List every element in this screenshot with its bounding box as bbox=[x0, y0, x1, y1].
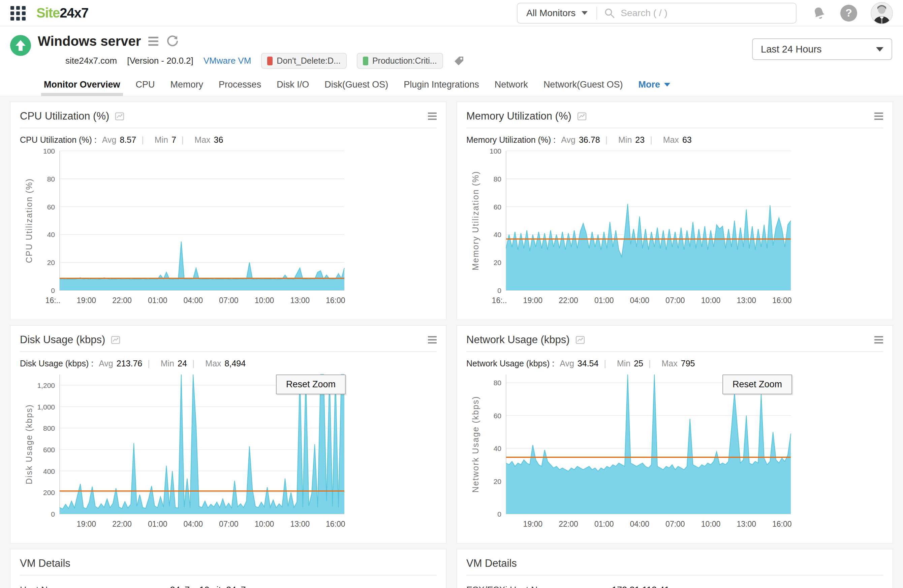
min-label: Min bbox=[161, 359, 174, 368]
svg-text:100: 100 bbox=[489, 147, 501, 155]
user-avatar[interactable] bbox=[871, 2, 893, 24]
tab-network-guest-os[interactable]: Network(Guest OS) bbox=[543, 80, 623, 96]
avg-label: Avg bbox=[102, 135, 116, 145]
stat-label: Disk Usage (kbps) : bbox=[20, 359, 93, 368]
svg-text:100: 100 bbox=[43, 147, 55, 155]
chevron-down-icon bbox=[664, 83, 670, 86]
vm-details-title: VM Details bbox=[466, 557, 517, 569]
min-label: Min bbox=[618, 135, 632, 145]
network-usage-chart[interactable]: 02040608019:0022:0001:0004:0007:0010:001… bbox=[466, 369, 807, 538]
min-label: Min bbox=[617, 359, 631, 368]
tag-chip-dont-delete[interactable]: Don't_Delete:D... bbox=[261, 53, 347, 69]
svg-text:10:00: 10:00 bbox=[701, 296, 721, 305]
time-range-select[interactable]: Last 24 Hours bbox=[752, 38, 892, 60]
tab-network[interactable]: Network bbox=[495, 80, 528, 96]
trend-expand-icon[interactable] bbox=[575, 335, 585, 345]
vm-detail-row: ESX/ESXi Host Name 172.21.112.41 bbox=[466, 575, 883, 588]
vm-detail-label: ESX/ESXi Host Name bbox=[466, 585, 612, 588]
avg-value: 8.57 bbox=[120, 135, 136, 145]
tab-processes[interactable]: Processes bbox=[219, 80, 261, 96]
tab-monitor-overview[interactable]: Monitor Overview bbox=[44, 80, 120, 96]
svg-text:13:00: 13:00 bbox=[290, 296, 310, 305]
trend-expand-icon[interactable] bbox=[115, 111, 125, 121]
more-label: More bbox=[638, 80, 660, 90]
chart-menu-icon[interactable] bbox=[428, 334, 437, 345]
trend-expand-icon[interactable] bbox=[577, 111, 587, 121]
dashboard-grid: CPU Utilization (%) CPU Utilization (%) … bbox=[0, 96, 903, 588]
svg-text:13:00: 13:00 bbox=[290, 520, 310, 528]
chart-menu-icon[interactable] bbox=[428, 111, 437, 122]
memory-utilization-chart[interactable]: 02040608010016:..19:0022:0001:0004:0007:… bbox=[466, 146, 807, 314]
svg-text:01:00: 01:00 bbox=[595, 296, 614, 305]
svg-text:60: 60 bbox=[47, 203, 55, 211]
svg-text:40: 40 bbox=[494, 445, 501, 452]
avg-label: Avg bbox=[561, 135, 576, 145]
svg-text:01:00: 01:00 bbox=[595, 520, 614, 528]
memory-panel: Memory Utilization (%) Memory Utilizatio… bbox=[456, 102, 893, 320]
svg-text:01:00: 01:00 bbox=[148, 520, 167, 528]
monitor-scope-label: All Monitors bbox=[526, 8, 576, 19]
disk-usage-chart[interactable]: 02004006008001,0001,20019:0022:0001:0004… bbox=[20, 369, 360, 538]
svg-text:07:00: 07:00 bbox=[219, 520, 239, 528]
tab-cpu[interactable]: CPU bbox=[136, 80, 155, 96]
memory-chart-svg: 02040608010016:..19:0022:0001:0004:0007:… bbox=[466, 146, 807, 314]
cpu-utilization-chart[interactable]: 02040608010016:..19:0022:0001:0004:0007:… bbox=[20, 146, 360, 314]
reset-zoom-button[interactable]: Reset Zoom bbox=[276, 375, 346, 394]
monitor-scope-dropdown[interactable]: All Monitors bbox=[518, 8, 596, 19]
svg-text:16:00: 16:00 bbox=[772, 520, 792, 528]
divider bbox=[596, 7, 597, 20]
site24x7-logo[interactable]: Site24x7 bbox=[36, 5, 88, 20]
max-value: 63 bbox=[682, 135, 692, 145]
vm-detail-value: 172.21.112.41 bbox=[612, 585, 670, 588]
max-label: Max bbox=[194, 135, 210, 145]
reset-zoom-button[interactable]: Reset Zoom bbox=[722, 375, 792, 394]
tab-memory[interactable]: Memory bbox=[170, 80, 203, 96]
tag-chip-production[interactable]: Production:Criti... bbox=[357, 53, 443, 69]
tag-color-swatch bbox=[363, 56, 368, 65]
svg-text:800: 800 bbox=[43, 424, 55, 432]
notifications-bell-icon[interactable] bbox=[811, 5, 827, 21]
status-up-icon bbox=[10, 35, 31, 56]
svg-text:04:00: 04:00 bbox=[630, 296, 650, 305]
disk-chart-svg: 02004006008001,0001,20019:0022:0001:0004… bbox=[20, 369, 360, 538]
max-label: Max bbox=[205, 359, 221, 368]
svg-text:600: 600 bbox=[43, 446, 55, 454]
chevron-down-icon bbox=[876, 47, 883, 52]
vm-details-title: VM Details bbox=[20, 557, 71, 569]
disk-panel-title: Disk Usage (kbps) bbox=[20, 334, 105, 346]
disk-panel: Disk Usage (kbps) Disk Usage (kbps) : Av… bbox=[10, 325, 447, 544]
chart-menu-icon[interactable] bbox=[875, 111, 883, 122]
logo-suffix: 24x7 bbox=[60, 5, 88, 20]
svg-text:0: 0 bbox=[497, 287, 501, 294]
refresh-icon[interactable] bbox=[166, 34, 179, 48]
help-icon[interactable]: ? bbox=[840, 5, 857, 22]
svg-text:10:00: 10:00 bbox=[255, 520, 274, 528]
svg-text:60: 60 bbox=[494, 203, 501, 211]
tags-icon[interactable] bbox=[453, 55, 465, 67]
tab-disk-guest-os[interactable]: Disk(Guest OS) bbox=[324, 80, 388, 96]
chart-menu-icon[interactable] bbox=[875, 334, 883, 345]
monitor-menu-icon[interactable] bbox=[148, 34, 158, 48]
svg-text:22:00: 22:00 bbox=[112, 296, 132, 305]
monitor-tabs: Monitor Overview CPU Memory Processes Di… bbox=[44, 80, 670, 96]
max-label: Max bbox=[663, 135, 679, 145]
network-panel-title: Network Usage (kbps) bbox=[466, 334, 570, 346]
svg-text:16:..: 16:.. bbox=[46, 296, 61, 305]
chevron-down-icon bbox=[582, 11, 588, 15]
max-value: 8,494 bbox=[225, 359, 246, 368]
tab-plugin-integrations[interactable]: Plugin Integrations bbox=[404, 80, 479, 96]
search-input[interactable] bbox=[620, 8, 796, 19]
tag-label: Don't_Delete:D... bbox=[277, 56, 341, 66]
apps-grid-icon[interactable] bbox=[10, 5, 26, 21]
tab-disk-io[interactable]: Disk I/O bbox=[277, 80, 309, 96]
vmware-vm-link[interactable]: VMware VM bbox=[203, 56, 251, 66]
max-value: 36 bbox=[214, 135, 223, 145]
svg-text:80: 80 bbox=[494, 379, 501, 387]
avg-label: Avg bbox=[560, 359, 574, 368]
svg-text:22:00: 22:00 bbox=[558, 296, 578, 305]
tab-more[interactable]: More bbox=[638, 80, 670, 96]
svg-text:01:00: 01:00 bbox=[148, 296, 167, 305]
trend-expand-icon[interactable] bbox=[110, 335, 121, 345]
svg-text:22:00: 22:00 bbox=[112, 520, 132, 528]
vm-details-panel-left: VM Details Host Name s24x7-w10.site24x7.… bbox=[10, 549, 447, 588]
